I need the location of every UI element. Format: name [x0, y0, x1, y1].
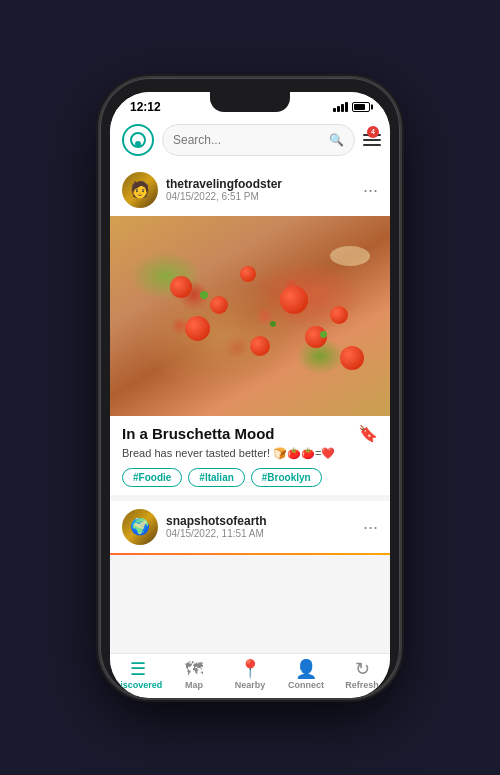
avatar-image-2: 🌍	[122, 509, 158, 545]
tab-discovered[interactable]: ☰ Discovered	[113, 660, 163, 690]
app-header: 🔍 4	[110, 118, 390, 164]
app-logo[interactable]	[122, 124, 154, 156]
tab-connect-icon: 👤	[295, 660, 317, 678]
tab-map[interactable]: 🗺 Map	[169, 660, 219, 690]
content-area[interactable]: 🧑 thetravelingfoodster 04/15/2022, 6:51 …	[110, 164, 390, 653]
food-detail	[200, 291, 208, 299]
post-more-button-1[interactable]: ···	[363, 181, 378, 199]
tab-map-icon: 🗺	[185, 660, 203, 678]
phone-frame: 12:12 🔍	[100, 78, 400, 698]
signal-icon	[333, 102, 348, 112]
post-title-1: In a Bruschetta Mood	[122, 425, 275, 442]
tags-row-1: #Foodie #Italian #Brooklyn	[122, 468, 378, 487]
tab-connect-label: Connect	[288, 680, 324, 690]
search-input[interactable]	[173, 133, 323, 147]
post-user-info-1: thetravelingfoodster 04/15/2022, 6:51 PM	[166, 177, 355, 202]
tab-nearby[interactable]: 📍 Nearby	[225, 660, 275, 690]
battery-icon	[352, 102, 370, 112]
search-icon: 🔍	[329, 133, 344, 147]
bookmark-icon-1[interactable]: 🔖	[358, 424, 378, 443]
tag-brooklyn[interactable]: #Brooklyn	[251, 468, 322, 487]
food-detail	[340, 346, 364, 370]
food-detail	[185, 316, 210, 341]
status-icons	[333, 102, 370, 112]
post-username-1: thetravelingfoodster	[166, 177, 355, 191]
post-user-info-2: snapshotsofearth 04/15/2022, 11:51 AM	[166, 514, 355, 539]
tab-discovered-label: Discovered	[114, 680, 163, 690]
avatar-1: 🧑	[122, 172, 158, 208]
notification-badge: 4	[367, 126, 379, 138]
avatar-2: 🌍	[122, 509, 158, 545]
post-more-button-2[interactable]: ···	[363, 518, 378, 536]
post-username-2: snapshotsofearth	[166, 514, 355, 528]
post-date-2: 04/15/2022, 11:51 AM	[166, 528, 355, 539]
tag-italian[interactable]: #Italian	[188, 468, 244, 487]
post-header-1: 🧑 thetravelingfoodster 04/15/2022, 6:51 …	[110, 164, 390, 216]
avatar-image-1: 🧑	[122, 172, 158, 208]
post-image-1	[110, 216, 390, 416]
status-time: 12:12	[130, 100, 161, 114]
tab-refresh-label: Refresh	[345, 680, 379, 690]
tab-refresh[interactable]: ↻ Refresh	[337, 660, 387, 690]
tag-foodie[interactable]: #Foodie	[122, 468, 182, 487]
search-bar[interactable]: 🔍	[162, 124, 355, 156]
post-card-1: 🧑 thetravelingfoodster 04/15/2022, 6:51 …	[110, 164, 390, 495]
food-detail	[330, 306, 348, 324]
tab-nearby-label: Nearby	[235, 680, 266, 690]
post-card-2: 🌍 snapshotsofearth 04/15/2022, 11:51 AM …	[110, 501, 390, 555]
tab-nearby-icon: 📍	[239, 660, 261, 678]
post-title-row-1: In a Bruschetta Mood 🔖	[122, 424, 378, 443]
food-detail	[170, 276, 192, 298]
post-date-1: 04/15/2022, 6:51 PM	[166, 191, 355, 202]
food-detail	[330, 246, 370, 266]
food-detail	[240, 266, 256, 282]
post-content-1: In a Bruschetta Mood 🔖 Bread has never t…	[110, 416, 390, 495]
notch	[210, 92, 290, 112]
food-detail	[280, 286, 308, 314]
tab-discovered-icon: ☰	[130, 660, 146, 678]
tab-refresh-icon: ↻	[355, 660, 370, 678]
tab-map-label: Map	[185, 680, 203, 690]
food-detail	[270, 321, 276, 327]
active-indicator	[110, 553, 390, 555]
phone-screen: 12:12 🔍	[110, 92, 390, 698]
food-detail	[320, 331, 327, 338]
food-detail	[210, 296, 228, 314]
post-header-2: 🌍 snapshotsofearth 04/15/2022, 11:51 AM …	[110, 501, 390, 553]
tab-bar: ☰ Discovered 🗺 Map 📍 Nearby 👤 Connect ↻ …	[110, 653, 390, 698]
app-logo-inner	[130, 132, 146, 148]
menu-button[interactable]: 4	[363, 124, 381, 156]
tab-connect[interactable]: 👤 Connect	[281, 660, 331, 690]
food-detail	[250, 336, 270, 356]
post-description-1: Bread has never tasted better! 🍞🍅🍅=❤️	[122, 447, 378, 460]
